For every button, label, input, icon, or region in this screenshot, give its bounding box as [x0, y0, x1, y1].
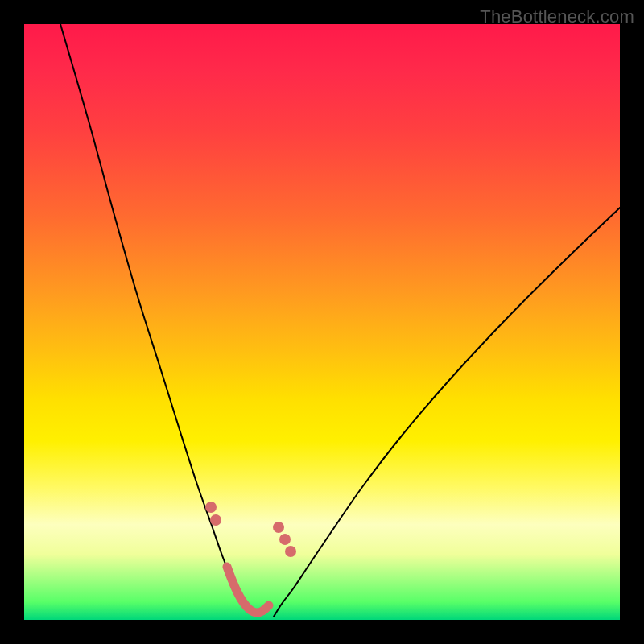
right-curve — [274, 208, 620, 617]
watermark-text: TheBottleneck.com — [480, 6, 634, 27]
highlight-dot — [279, 534, 291, 545]
chart-frame: TheBottleneck.com — [0, 0, 644, 644]
highlight-dot — [205, 502, 217, 513]
highlight-dot — [273, 522, 284, 533]
highlight-dot — [285, 546, 296, 557]
highlight-dot — [210, 514, 221, 526]
left-curve — [60, 24, 258, 617]
plot-area — [24, 24, 620, 620]
curves-svg — [24, 24, 620, 620]
bottom-highlight-segment — [227, 567, 269, 613]
